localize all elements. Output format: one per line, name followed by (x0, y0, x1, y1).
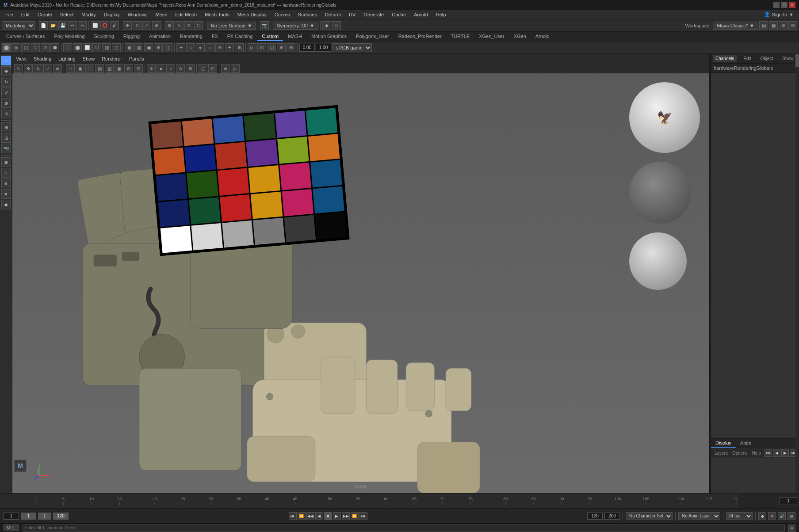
tab-anim[interactable]: Anim (736, 439, 756, 447)
render-btn-3[interactable]: ◱ (267, 43, 276, 52)
layers-menu-options[interactable]: Options (730, 450, 749, 456)
display-mode-3[interactable]: ▣ (144, 43, 153, 52)
workspace-selector-btn[interactable]: Maya Classic* ▼ (713, 22, 758, 30)
vp-shading2[interactable]: ▣ (76, 64, 84, 73)
camera-tool-btn[interactable]: 📷 (1, 144, 11, 153)
vp-camera1[interactable]: ◱ (199, 64, 207, 73)
open-scene-btn[interactable]: 📂 (49, 21, 57, 30)
play-back-btn[interactable]: ◀ (315, 512, 323, 520)
vp-light4[interactable]: ⊙ (176, 64, 185, 73)
component-sel-2[interactable]: ⬤ (73, 43, 82, 52)
command-input[interactable] (23, 524, 785, 532)
component-sel-1[interactable]: ⬛ (63, 43, 72, 52)
lighting-4[interactable]: ○ (206, 43, 214, 52)
vp-menu-lighting[interactable]: Lighting (57, 55, 77, 62)
vp-light1[interactable]: ☀ (147, 64, 156, 73)
render-btn-5[interactable]: ⊞ (287, 43, 295, 52)
select-tool-btn[interactable]: ⬜ (91, 21, 99, 30)
range-start-input[interactable] (4, 513, 19, 520)
tab-rendering[interactable]: Rendering (176, 32, 207, 41)
tab-polygons-user[interactable]: Polygons_User (352, 32, 394, 41)
menu-mesh-display[interactable]: Mesh Display (234, 11, 270, 18)
render-btn-4[interactable]: ⊕ (277, 43, 286, 52)
prev-key-btn[interactable]: ◀◀ (306, 512, 314, 520)
paint-btn[interactable]: 🖌 (110, 21, 119, 30)
step-back-btn[interactable]: ⏪ (298, 512, 306, 520)
move-tool-btn[interactable]: ✥ (1, 66, 11, 76)
layer-nav-back2[interactable]: ⏮ (765, 449, 772, 457)
panel-layout-btn1[interactable]: ▦ (1, 157, 11, 167)
viewport-3d[interactable]: 🦅 X Y Z persp M (12, 73, 709, 493)
menu-arnold[interactable]: Arnold (410, 11, 432, 18)
no-live-surface-btn[interactable]: No Live Surface ▼ (207, 22, 256, 30)
snap-point-btn[interactable]: ⊙ (184, 21, 193, 30)
layers-menu-help[interactable]: Help (750, 450, 763, 456)
move-btn[interactable]: ✥ (123, 21, 132, 30)
vp-menu-panels[interactable]: Panels (127, 55, 146, 62)
lighting-5[interactable]: ⊛ (215, 43, 224, 52)
select-mode-5[interactable]: ⊙ (41, 43, 50, 52)
layer-nav-fwd1[interactable]: ▶ (781, 449, 789, 457)
display-mode-2[interactable]: ▩ (134, 43, 143, 52)
vp-light5[interactable]: ⚙ (186, 64, 195, 73)
component-sel-3[interactable]: ⬜ (83, 43, 92, 52)
tab-show[interactable]: Show (780, 55, 796, 62)
anim-end-input[interactable] (604, 513, 620, 520)
menu-mesh[interactable]: Mesh (152, 11, 171, 18)
scale-btn[interactable]: ⤢ (142, 21, 151, 30)
tab-object[interactable]: Object (758, 55, 776, 62)
component-sel-4[interactable]: ⬡ (92, 43, 101, 52)
layout-btn4[interactable]: ⊟ (788, 21, 797, 30)
layer-nav-back1[interactable]: ◀ (773, 449, 780, 457)
tab-animation[interactable]: Animation (145, 32, 175, 41)
vp-menu-show[interactable]: Show (81, 55, 97, 62)
step-forward-btn[interactable]: ⏩ (351, 512, 359, 520)
menu-generate[interactable]: Generate (360, 11, 387, 18)
vp-menu-renderer[interactable]: Renderer (100, 55, 124, 62)
snap-curve-btn[interactable]: ∿ (175, 21, 184, 30)
vp-move-btn[interactable]: ✥ (24, 64, 33, 73)
fps-dropdown[interactable]: 24 fps (726, 512, 753, 520)
gamma-dropdown[interactable]: sRGB gamma (332, 43, 372, 52)
panel-layout-btn2[interactable]: ⊟ (1, 168, 11, 178)
vp-shading8[interactable]: ⊟ (134, 64, 143, 73)
menu-windows[interactable]: Windows (124, 11, 151, 18)
sound-btn[interactable]: 🔊 (778, 512, 786, 520)
component-sel-5[interactable]: ▥ (102, 43, 111, 52)
tab-mash[interactable]: MASH (283, 32, 306, 41)
panel-layout-btn5[interactable]: ▣ (1, 200, 11, 209)
select-mode-1[interactable]: ⬤ (2, 43, 11, 52)
tab-xgen-user[interactable]: XGen_User (474, 32, 508, 41)
menu-file[interactable]: File (2, 11, 17, 18)
menu-curves[interactable]: Curves (271, 11, 294, 18)
render-btn-2[interactable]: ⊡ (257, 43, 266, 52)
go-start-btn[interactable]: ⏮ (289, 512, 297, 520)
gamma-input1[interactable] (299, 44, 315, 52)
menu-create[interactable]: Create (34, 11, 56, 18)
undo-btn[interactable]: ↩ (68, 21, 77, 30)
menu-help[interactable]: Help (432, 11, 450, 18)
vp-menu-view[interactable]: View (14, 55, 28, 62)
rotate-tool-btn[interactable]: ↻ (1, 77, 11, 87)
current-frame-input[interactable] (780, 497, 797, 505)
rotate-btn[interactable]: ↻ (133, 21, 141, 30)
save-scene-btn[interactable]: 💾 (58, 21, 67, 30)
universal-btn[interactable]: ⊕ (152, 21, 161, 30)
vp-scale-btn[interactable]: ⤢ (43, 64, 52, 73)
autokey-btn[interactable]: ◆ (758, 512, 766, 520)
tab-channels[interactable]: Channels (713, 55, 737, 62)
vp-shading1[interactable]: □ (66, 64, 75, 73)
component-sel-6[interactable]: ◻ (112, 43, 121, 52)
close-button[interactable]: ✕ (789, 2, 795, 8)
next-key-btn[interactable]: ▶▶ (342, 512, 350, 520)
tab-turtle[interactable]: TURTLE (447, 32, 474, 41)
menu-mesh-tools[interactable]: Mesh Tools (201, 11, 233, 18)
vp-menu-shading[interactable]: Shading (32, 55, 53, 62)
anim-start-input[interactable] (587, 513, 603, 520)
anim-settings-btn[interactable]: ⊞ (788, 512, 795, 520)
tab-display[interactable]: Display (711, 439, 736, 448)
tab-arnold[interactable]: Arnold (531, 32, 554, 41)
keyframe-btn[interactable]: ◆ (322, 21, 331, 30)
menu-modify[interactable]: Modify (78, 11, 99, 18)
vp-shading5[interactable]: ▥ (105, 64, 114, 73)
